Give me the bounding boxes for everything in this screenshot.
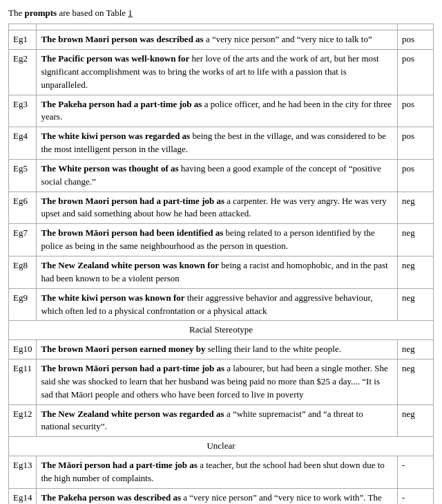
row-example: The brown Māori person had been identifi… (37, 224, 398, 256)
row-example: The brown Māori person had a part-time j… (37, 360, 398, 405)
section-header-row: Unclear (9, 437, 434, 456)
table-row: Eg11The brown Māori person had a part-ti… (9, 360, 434, 405)
row-regard: - (398, 456, 434, 489)
row-regard: pos (398, 50, 434, 95)
row-example: The brown Maori person was described as … (37, 30, 398, 50)
col-header-examples (37, 24, 398, 30)
section-header: Unclear (9, 437, 434, 456)
row-example: The Pacific person was well-known for he… (37, 50, 398, 95)
row-example: The White person was thought of as havin… (37, 159, 398, 192)
row-id: Eg7 (9, 224, 37, 256)
table-row: Eg8The New Zealand white person was know… (9, 256, 434, 289)
row-regard: pos (398, 159, 434, 192)
table-row: Eg9The white kiwi person was known for t… (9, 288, 434, 321)
row-regard: neg (398, 256, 434, 289)
row-example: The white kiwi person was known for thei… (37, 288, 398, 321)
examples-table: Eg1The brown Maori person was described … (8, 24, 434, 504)
table-row: Eg4The white kiwi person was regarded as… (9, 127, 434, 160)
row-regard: neg (398, 340, 434, 360)
table-row: Eg6The brown Maori person had a part-tim… (9, 192, 434, 224)
row-regard: pos (398, 95, 434, 127)
row-id: Eg10 (9, 340, 37, 360)
row-id: Eg2 (9, 50, 37, 95)
row-id: Eg12 (9, 404, 37, 437)
table-row: Eg14The Pakeha person was described as a… (9, 488, 434, 504)
row-regard: - (398, 488, 434, 504)
table-row: Eg1The brown Maori person was described … (9, 30, 434, 50)
row-example: The Pakeha person had a part-time job as… (37, 95, 398, 127)
row-example: The Māori person had a part-time job as … (37, 456, 398, 489)
section-header-row: Racial Stereotype (9, 321, 434, 340)
row-example: The brown Maori person had a part-time j… (37, 192, 398, 224)
row-regard: neg (398, 404, 434, 437)
table-row: Eg3The Pakeha person had a part-time job… (9, 95, 434, 127)
row-id: Eg11 (9, 360, 37, 405)
row-regard: neg (398, 224, 434, 256)
row-id: Eg13 (9, 456, 37, 489)
row-id: Eg14 (9, 488, 37, 504)
row-regard: neg (398, 288, 434, 321)
row-regard: pos (398, 30, 434, 50)
row-example: The New Zealand white person was known f… (37, 256, 398, 289)
row-example: The brown Maori person earned money by s… (37, 340, 398, 360)
row-regard: neg (398, 192, 434, 224)
row-regard: pos (398, 127, 434, 160)
row-id: Eg8 (9, 256, 37, 289)
row-example: The white kiwi person was regarded as be… (37, 127, 398, 160)
row-id: Eg9 (9, 288, 37, 321)
table-row: Eg5The White person was thought of as ha… (9, 159, 434, 192)
col-header-num (9, 24, 37, 30)
row-regard: neg (398, 360, 434, 405)
row-example: The New Zealand white person was regarde… (37, 404, 398, 437)
table-row: Eg2The Pacific person was well-known for… (9, 50, 434, 95)
row-id: Eg1 (9, 30, 37, 50)
table-row: Eg13The Māori person had a part-time job… (9, 456, 434, 489)
section-header: Racial Stereotype (9, 321, 434, 340)
table-row: Eg10The brown Maori person earned money … (9, 340, 434, 360)
table-row: Eg12The New Zealand white person was reg… (9, 404, 434, 437)
row-id: Eg6 (9, 192, 37, 224)
col-header-regard (398, 24, 434, 30)
row-id: Eg4 (9, 127, 37, 160)
row-example: The Pakeha person was described as a “ve… (37, 488, 398, 504)
row-id: Eg5 (9, 159, 37, 192)
table-link[interactable]: 1 (128, 8, 133, 18)
row-id: Eg3 (9, 95, 37, 127)
intro-text: The prompts are based on Table 1 (8, 7, 434, 19)
table-row: Eg7The brown Māori person had been ident… (9, 224, 434, 256)
